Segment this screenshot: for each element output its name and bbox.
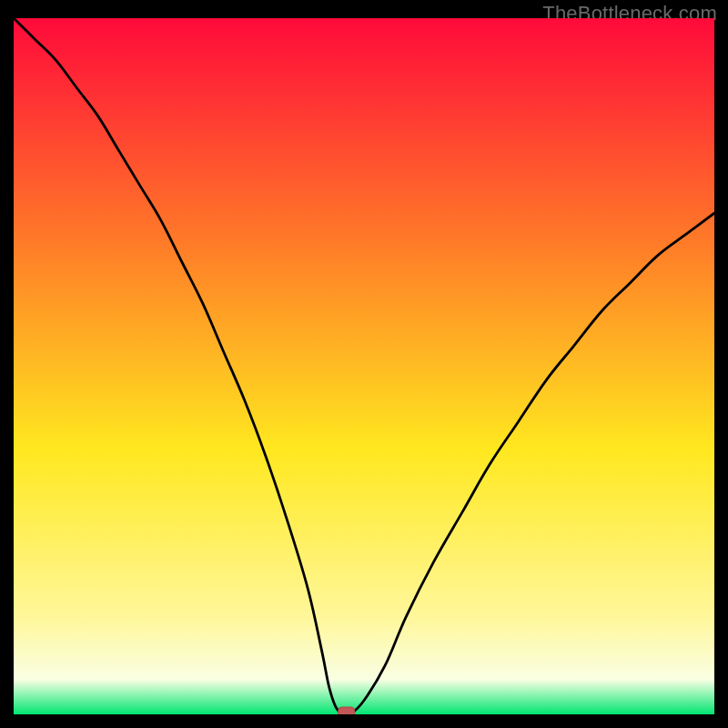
bottleneck-chart: TheBottleneck.com <box>0 0 728 728</box>
plot-area <box>14 18 714 714</box>
optimal-marker <box>339 707 355 714</box>
plot-svg <box>14 18 714 714</box>
gradient-background <box>14 18 714 714</box>
